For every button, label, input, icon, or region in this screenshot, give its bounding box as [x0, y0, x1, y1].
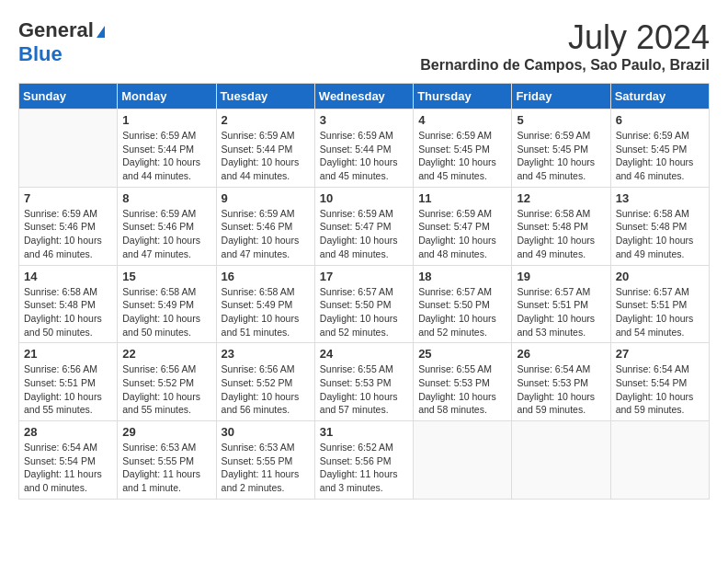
col-header-sunday: Sunday [19, 84, 118, 109]
calendar-cell: 28Sunrise: 6:54 AM Sunset: 5:54 PM Dayli… [19, 421, 118, 500]
day-info: Sunrise: 6:55 AM Sunset: 5:53 PM Dayligh… [320, 362, 408, 417]
calendar-cell: 5Sunrise: 6:59 AM Sunset: 5:45 PM Daylig… [512, 109, 610, 188]
day-info: Sunrise: 6:59 AM Sunset: 5:45 PM Dayligh… [517, 129, 605, 183]
calendar-cell: 11Sunrise: 6:59 AM Sunset: 5:47 PM Dayli… [414, 187, 512, 265]
day-info: Sunrise: 6:54 AM Sunset: 5:54 PM Dayligh… [616, 362, 704, 417]
calendar-table: SundayMondayTuesdayWednesdayThursdayFrid… [18, 83, 710, 500]
calendar-cell: 23Sunrise: 6:56 AM Sunset: 5:52 PM Dayli… [216, 343, 314, 421]
day-info: Sunrise: 6:58 AM Sunset: 5:48 PM Dayligh… [24, 285, 112, 339]
day-info: Sunrise: 6:54 AM Sunset: 5:53 PM Dayligh… [517, 362, 605, 417]
calendar-cell: 21Sunrise: 6:56 AM Sunset: 5:51 PM Dayli… [19, 343, 118, 421]
col-header-friday: Friday [512, 84, 610, 109]
week-row-1: 1Sunrise: 6:59 AM Sunset: 5:44 PM Daylig… [19, 109, 710, 188]
calendar-cell: 18Sunrise: 6:57 AM Sunset: 5:50 PM Dayli… [414, 265, 512, 343]
day-info: Sunrise: 6:59 AM Sunset: 5:45 PM Dayligh… [616, 129, 704, 183]
day-info: Sunrise: 6:59 AM Sunset: 5:46 PM Dayligh… [24, 207, 112, 261]
day-number: 2 [222, 113, 310, 127]
day-info: Sunrise: 6:58 AM Sunset: 5:48 PM Dayligh… [616, 207, 704, 261]
calendar-cell: 16Sunrise: 6:58 AM Sunset: 5:49 PM Dayli… [216, 265, 314, 343]
calendar-cell: 24Sunrise: 6:55 AM Sunset: 5:53 PM Dayli… [314, 343, 413, 421]
day-number: 4 [418, 113, 506, 127]
day-number: 29 [122, 425, 210, 439]
day-info: Sunrise: 6:57 AM Sunset: 5:50 PM Dayligh… [320, 285, 408, 339]
calendar-cell: 12Sunrise: 6:58 AM Sunset: 5:48 PM Dayli… [512, 187, 610, 265]
day-number: 28 [24, 425, 112, 439]
day-info: Sunrise: 6:57 AM Sunset: 5:50 PM Dayligh… [418, 285, 506, 339]
day-number: 8 [122, 191, 210, 205]
day-info: Sunrise: 6:59 AM Sunset: 5:45 PM Dayligh… [418, 129, 506, 183]
day-info: Sunrise: 6:59 AM Sunset: 5:44 PM Dayligh… [222, 129, 310, 183]
calendar-cell: 27Sunrise: 6:54 AM Sunset: 5:54 PM Dayli… [610, 343, 709, 421]
calendar-cell: 31Sunrise: 6:52 AM Sunset: 5:56 PM Dayli… [314, 421, 413, 500]
calendar-cell [19, 109, 118, 188]
day-number: 31 [320, 425, 408, 439]
day-number: 25 [418, 347, 506, 361]
day-number: 1 [122, 113, 210, 127]
logo: General Blue [18, 18, 105, 67]
calendar-cell: 9Sunrise: 6:59 AM Sunset: 5:46 PM Daylig… [216, 187, 314, 265]
calendar-cell: 4Sunrise: 6:59 AM Sunset: 5:45 PM Daylig… [414, 109, 512, 188]
day-number: 17 [320, 270, 408, 283]
day-number: 26 [517, 347, 605, 361]
calendar-cell: 6Sunrise: 6:59 AM Sunset: 5:45 PM Daylig… [610, 109, 709, 188]
calendar-cell: 7Sunrise: 6:59 AM Sunset: 5:46 PM Daylig… [19, 187, 118, 265]
day-info: Sunrise: 6:54 AM Sunset: 5:54 PM Dayligh… [24, 441, 112, 495]
calendar-cell [610, 421, 709, 500]
day-info: Sunrise: 6:56 AM Sunset: 5:51 PM Dayligh… [24, 362, 112, 417]
day-number: 11 [418, 191, 506, 205]
day-number: 15 [122, 270, 210, 283]
calendar-cell: 25Sunrise: 6:55 AM Sunset: 5:53 PM Dayli… [414, 343, 512, 421]
page-header: General Blue July 2024 Bernardino de Cam… [18, 18, 710, 74]
day-info: Sunrise: 6:56 AM Sunset: 5:52 PM Dayligh… [122, 362, 210, 417]
col-header-saturday: Saturday [610, 84, 709, 109]
day-number: 13 [616, 191, 704, 205]
calendar-cell: 22Sunrise: 6:56 AM Sunset: 5:52 PM Dayli… [118, 343, 216, 421]
title-section: July 2024 Bernardino de Campos, Sao Paul… [420, 18, 710, 74]
col-header-thursday: Thursday [414, 84, 512, 109]
calendar-cell: 2Sunrise: 6:59 AM Sunset: 5:44 PM Daylig… [216, 109, 314, 188]
day-info: Sunrise: 6:59 AM Sunset: 5:47 PM Dayligh… [320, 207, 408, 261]
day-number: 21 [24, 347, 112, 361]
calendar-body: 1Sunrise: 6:59 AM Sunset: 5:44 PM Daylig… [19, 109, 710, 500]
day-number: 18 [418, 270, 506, 283]
calendar-cell: 14Sunrise: 6:58 AM Sunset: 5:48 PM Dayli… [19, 265, 118, 343]
day-info: Sunrise: 6:53 AM Sunset: 5:55 PM Dayligh… [122, 441, 210, 495]
week-row-5: 28Sunrise: 6:54 AM Sunset: 5:54 PM Dayli… [19, 421, 710, 500]
calendar-cell: 19Sunrise: 6:57 AM Sunset: 5:51 PM Dayli… [512, 265, 610, 343]
col-header-monday: Monday [118, 84, 216, 109]
col-header-wednesday: Wednesday [314, 84, 413, 109]
calendar-cell: 26Sunrise: 6:54 AM Sunset: 5:53 PM Dayli… [512, 343, 610, 421]
day-number: 24 [320, 347, 408, 361]
day-number: 5 [517, 113, 605, 127]
day-number: 30 [222, 425, 310, 439]
day-info: Sunrise: 6:59 AM Sunset: 5:44 PM Dayligh… [320, 129, 408, 183]
day-number: 12 [517, 191, 605, 205]
day-info: Sunrise: 6:58 AM Sunset: 5:49 PM Dayligh… [122, 285, 210, 339]
day-info: Sunrise: 6:53 AM Sunset: 5:55 PM Dayligh… [222, 441, 310, 495]
day-number: 14 [24, 270, 112, 283]
week-row-2: 7Sunrise: 6:59 AM Sunset: 5:46 PM Daylig… [19, 187, 710, 265]
week-row-4: 21Sunrise: 6:56 AM Sunset: 5:51 PM Dayli… [19, 343, 710, 421]
calendar-cell [512, 421, 610, 500]
calendar-cell [414, 421, 512, 500]
calendar-cell: 15Sunrise: 6:58 AM Sunset: 5:49 PM Dayli… [118, 265, 216, 343]
day-number: 10 [320, 191, 408, 205]
day-number: 20 [616, 270, 704, 283]
day-info: Sunrise: 6:59 AM Sunset: 5:47 PM Dayligh… [418, 207, 506, 261]
logo-general-text: General [18, 18, 105, 42]
calendar-cell: 30Sunrise: 6:53 AM Sunset: 5:55 PM Dayli… [216, 421, 314, 500]
col-header-tuesday: Tuesday [216, 84, 314, 109]
month-title: July 2024 [420, 18, 710, 57]
day-info: Sunrise: 6:59 AM Sunset: 5:44 PM Dayligh… [122, 129, 210, 183]
day-number: 19 [517, 270, 605, 283]
day-info: Sunrise: 6:59 AM Sunset: 5:46 PM Dayligh… [222, 207, 310, 261]
week-row-3: 14Sunrise: 6:58 AM Sunset: 5:48 PM Dayli… [19, 265, 710, 343]
day-number: 23 [222, 347, 310, 361]
calendar-cell: 13Sunrise: 6:58 AM Sunset: 5:48 PM Dayli… [610, 187, 709, 265]
day-info: Sunrise: 6:58 AM Sunset: 5:49 PM Dayligh… [222, 285, 310, 339]
day-info: Sunrise: 6:57 AM Sunset: 5:51 PM Dayligh… [616, 285, 704, 339]
day-info: Sunrise: 6:55 AM Sunset: 5:53 PM Dayligh… [418, 362, 506, 417]
day-info: Sunrise: 6:58 AM Sunset: 5:48 PM Dayligh… [517, 207, 605, 261]
day-number: 3 [320, 113, 408, 127]
day-number: 9 [222, 191, 310, 205]
